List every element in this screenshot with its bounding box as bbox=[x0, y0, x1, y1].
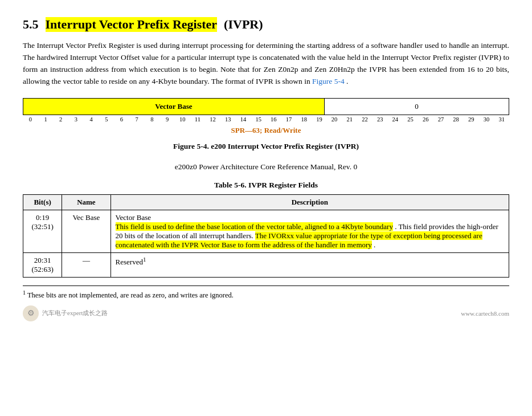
bit-number: 0 bbox=[23, 116, 38, 123]
bit-number: 26 bbox=[418, 116, 433, 123]
bit-number: 21 bbox=[342, 116, 357, 123]
spr-label: SPR—63; Read/Write bbox=[23, 126, 509, 135]
desc1-highlight1: This field is used to define the base lo… bbox=[116, 222, 393, 231]
footnote-section: 1 These bits are not implemented, are re… bbox=[23, 286, 509, 300]
footnote-number: 1 bbox=[23, 289, 26, 296]
bit-number: 3 bbox=[68, 116, 84, 123]
col-header-name: Name bbox=[62, 194, 111, 210]
watermark-icon: ⚙ bbox=[23, 305, 39, 321]
bit-number: 1 bbox=[38, 116, 54, 123]
bit-number: 17 bbox=[281, 116, 297, 123]
body-period: . bbox=[346, 77, 348, 85]
bit-number: 16 bbox=[266, 116, 281, 123]
bit-number: 27 bbox=[433, 116, 449, 123]
bit-number: 19 bbox=[312, 116, 327, 123]
bit-number: 4 bbox=[84, 116, 99, 123]
bit-number: 22 bbox=[357, 116, 373, 123]
footnote-sup-ref: 1 bbox=[143, 256, 146, 263]
row1-desc: Vector Base This field is used to define… bbox=[111, 210, 509, 252]
fields-table: Bit(s) Name Description 0:19 (32:51) Vec… bbox=[23, 194, 509, 278]
row2-bits: 20:31 (52:63) bbox=[23, 252, 62, 277]
col-header-bits: Bit(s) bbox=[23, 194, 62, 210]
bit-numbers: 0123456789101112131415161718192021222324… bbox=[23, 115, 509, 124]
bit-number: 14 bbox=[236, 116, 251, 123]
bit-number: 8 bbox=[145, 116, 160, 123]
bit-number: 18 bbox=[296, 116, 312, 123]
figure-caption: Figure 5-4. e200 Interrupt Vector Prefix… bbox=[23, 142, 509, 151]
bit-number: 31 bbox=[494, 116, 509, 123]
bit-number: 29 bbox=[464, 116, 479, 123]
bit-number: 24 bbox=[388, 116, 403, 123]
bit-number: 11 bbox=[190, 116, 206, 123]
watermark-url: www.cartech8.com bbox=[461, 310, 509, 317]
desc2-text: Reserved1 bbox=[116, 258, 146, 266]
bit-number: 15 bbox=[251, 116, 266, 123]
desc1-suffix: . bbox=[374, 240, 375, 249]
bit-number: 20 bbox=[327, 116, 342, 123]
bit-number: 12 bbox=[205, 116, 220, 123]
bit-number: 28 bbox=[448, 116, 464, 123]
watermark-row: ⚙ 汽车电子expert成长之路 www.cartech8.com bbox=[23, 305, 509, 321]
vec-base-cell: Vector Base bbox=[23, 98, 325, 115]
section-header: 5.5 Interrupt Vector Prefix Register (IV… bbox=[23, 17, 509, 32]
row2-desc: Reserved1 bbox=[111, 252, 509, 277]
bit-number: 6 bbox=[114, 116, 129, 123]
manual-title: e200z0 Power Architecture Core Reference… bbox=[23, 162, 509, 172]
section-title: Interrupt Vector Prefix Register bbox=[46, 17, 218, 32]
section-number: 5.5 bbox=[23, 17, 39, 32]
bit-number: 30 bbox=[479, 116, 494, 123]
bit-number: 9 bbox=[159, 116, 175, 123]
desc1-prefix: Vector Base bbox=[116, 213, 151, 222]
bit-number: 10 bbox=[175, 116, 190, 123]
table-caption: Table 5-6. IVPR Register Fields bbox=[23, 181, 509, 190]
zero-cell: 0 bbox=[324, 98, 509, 115]
watermark-left: ⚙ 汽车电子expert成长之路 bbox=[23, 305, 108, 321]
row1-name: Vec Base bbox=[62, 210, 111, 252]
watermark-text: 汽车电子expert成长之路 bbox=[42, 309, 108, 317]
body-text-content: The Interrupt Vector Prefix Register is … bbox=[23, 41, 509, 85]
table-row: 20:31 (52:63) — Reserved1 bbox=[23, 252, 509, 277]
bit-number: 7 bbox=[129, 116, 145, 123]
table-row: 0:19 (32:51) Vec Base Vector Base This f… bbox=[23, 210, 509, 252]
register-diagram: Vector Base 0 01234567891011121314151617… bbox=[23, 98, 509, 135]
row1-bits: 0:19 (32:51) bbox=[23, 210, 62, 252]
row2-name: — bbox=[62, 252, 111, 277]
col-header-desc: Description bbox=[111, 194, 509, 210]
bit-number: 5 bbox=[99, 116, 114, 123]
bit-number: 25 bbox=[403, 116, 418, 123]
body-paragraph: The Interrupt Vector Prefix Register is … bbox=[23, 40, 509, 88]
figure-link[interactable]: Figure 5-4 bbox=[312, 77, 345, 85]
bit-number: 2 bbox=[53, 116, 68, 123]
bit-number: 13 bbox=[220, 116, 236, 123]
section-title-suffix: (IVPR) bbox=[224, 17, 263, 32]
register-table: Vector Base 0 bbox=[23, 98, 509, 115]
footnote-text: These bits are not implemented, are read… bbox=[27, 291, 234, 299]
bit-number: 23 bbox=[373, 116, 388, 123]
